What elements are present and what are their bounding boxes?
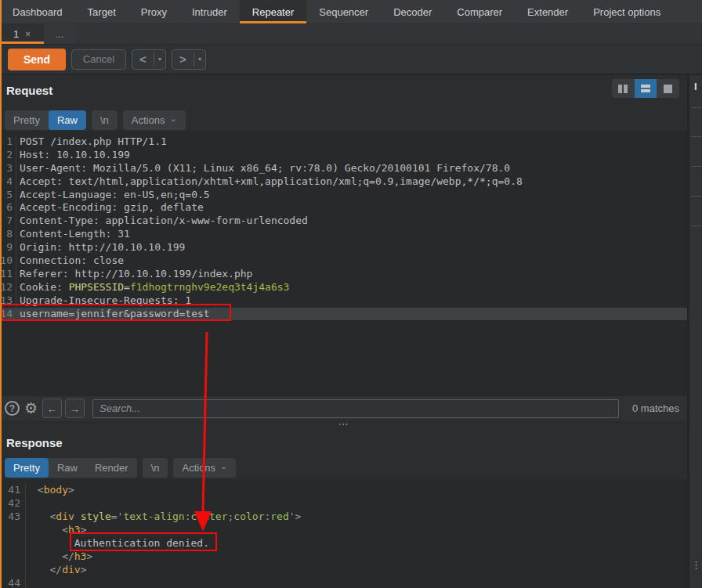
code-line: 42 — [0, 496, 687, 510]
response-raw-tab[interactable]: Raw — [49, 458, 86, 478]
code-line: <h3> — [0, 523, 687, 536]
search-next-icon[interactable]: → — [65, 399, 85, 418]
dropdown-caret-icon[interactable]: ▾ — [154, 56, 165, 63]
code-line: 8Content-Length: 31 — [0, 228, 687, 241]
code-line: 7Content-Type: application/x-www-form-ur… — [0, 215, 687, 228]
request-view-chips: Pretty Raw \n Actions ⌄ — [5, 110, 186, 130]
match-count: 0 matches — [632, 402, 682, 414]
menu-item-intruder[interactable]: Intruder — [179, 0, 240, 23]
menu-item-dashboard[interactable]: Dashboard — [0, 0, 75, 23]
gear-icon[interactable]: ⚙ — [24, 401, 38, 416]
menu-item-target[interactable]: Target — [75, 0, 128, 23]
code-line: 41 <body> — [0, 483, 687, 496]
inspector-label: I — [694, 81, 697, 92]
next-icon: > — [172, 52, 194, 66]
rows-layout-icon[interactable] — [635, 79, 657, 98]
response-actions-button[interactable]: Actions ⌄ — [173, 458, 236, 478]
prev-request-button[interactable]: < ▾ — [132, 49, 166, 70]
menu-item-repeater[interactable]: Repeater — [240, 0, 306, 23]
code-line: 12Cookie: PHPSESSID=f1dhogtrnghv9e2eq3t4… — [0, 281, 687, 294]
code-line: 1POST /index.php HTTP/1.1 — [0, 135, 687, 149]
code-line: </div> — [0, 563, 687, 576]
response-render-tab[interactable]: Render — [86, 458, 137, 478]
columns-layout-icon[interactable] — [612, 79, 635, 98]
menubar: DashboardTargetProxyIntruderRepeaterSequ… — [0, 0, 702, 24]
response-panel-title: Response — [6, 436, 63, 449]
search-prev-icon[interactable]: ← — [42, 399, 62, 418]
repeater-tab-1[interactable]: 1 × — [0, 24, 44, 44]
code-line: 14username=jennifer&password=test — [0, 308, 687, 321]
repeater-tabbar: 1 × ... — [0, 24, 702, 45]
code-line: 5Accept-Language: en-US,en;q=0.5 — [0, 189, 687, 202]
request-pretty-tab[interactable]: Pretty — [5, 110, 49, 130]
single-pane-layout-icon[interactable] — [657, 79, 679, 98]
burp-repeater-window: DashboardTargetProxyIntruderRepeaterSequ… — [0, 0, 702, 588]
next-request-button[interactable]: > ▾ — [172, 49, 206, 70]
request-search-bar: ? ⚙ ← → 0 matches — [0, 395, 687, 420]
code-line: 10Connection: close — [0, 254, 687, 268]
menu-item-decoder[interactable]: Decoder — [381, 0, 444, 23]
repeater-tab-1-label: 1 — [13, 28, 19, 40]
layout-switcher — [612, 79, 679, 98]
code-line: 44 — [0, 576, 687, 588]
resize-grip-icon[interactable]: ⋮ — [691, 562, 701, 568]
code-line: 13Upgrade-Insecure-Requests: 1 — [0, 294, 687, 308]
send-toolbar: Send Cancel < ▾ > ▾ — [0, 45, 702, 75]
search-input[interactable] — [92, 399, 619, 418]
panel-splitter-handle[interactable]: ⋯ — [0, 419, 687, 428]
window-accent-edge — [0, 0, 2, 588]
code-line: 4Accept: text/html,application/xhtml+xml… — [0, 175, 687, 189]
menu-item-project-options[interactable]: Project options — [581, 0, 673, 23]
response-editor[interactable]: 41 <body>4243 <div style='text-align:cen… — [0, 479, 687, 588]
code-line: 9Origin: http://10.10.10.199 — [0, 241, 687, 254]
chevron-down-icon: ⌄ — [220, 461, 227, 471]
code-line: 3User-Agent: Mozilla/5.0 (X11; Linux x86… — [0, 162, 687, 175]
dropdown-caret-icon[interactable]: ▾ — [194, 56, 205, 63]
menu-item-extender[interactable]: Extender — [515, 0, 581, 23]
code-line: 2Host: 10.10.10.199 — [0, 149, 687, 162]
inspector-panel-edge[interactable]: I ⋮ — [687, 75, 702, 588]
repeater-tab-more-label: ... — [56, 28, 64, 40]
request-raw-tab[interactable]: Raw — [49, 110, 86, 130]
prev-icon: < — [132, 52, 154, 66]
response-newline-toggle[interactable]: \n — [143, 458, 168, 478]
close-icon[interactable]: × — [25, 29, 31, 40]
code-line: </h3> — [0, 550, 687, 563]
request-editor[interactable]: 1POST /index.php HTTP/1.12Host: 10.10.10… — [0, 131, 687, 395]
chevron-down-icon: ⌄ — [169, 114, 176, 124]
response-pretty-tab[interactable]: Pretty — [5, 458, 49, 478]
code-line: Authentication denied. — [0, 536, 687, 550]
repeater-tab-more[interactable]: ... — [44, 24, 75, 44]
menu-item-proxy[interactable]: Proxy — [128, 0, 179, 23]
menu-item-comparer[interactable]: Comparer — [444, 0, 515, 23]
code-line: 6Accept-Encoding: gzip, deflate — [0, 201, 687, 215]
response-view-chips: Pretty Raw Render \n Actions ⌄ — [5, 458, 236, 478]
help-icon[interactable]: ? — [5, 401, 20, 416]
code-line: 43 <div style='text-align:center;color:r… — [0, 510, 687, 523]
cancel-button[interactable]: Cancel — [71, 49, 126, 70]
code-line: 11Referer: http://10.10.10.199/index.php — [0, 268, 687, 281]
menu-item-sequencer[interactable]: Sequencer — [306, 0, 381, 23]
send-button[interactable]: Send — [8, 49, 66, 70]
request-panel-title: Request — [6, 84, 52, 97]
request-actions-button[interactable]: Actions ⌄ — [123, 110, 186, 130]
request-newline-toggle[interactable]: \n — [92, 110, 118, 130]
